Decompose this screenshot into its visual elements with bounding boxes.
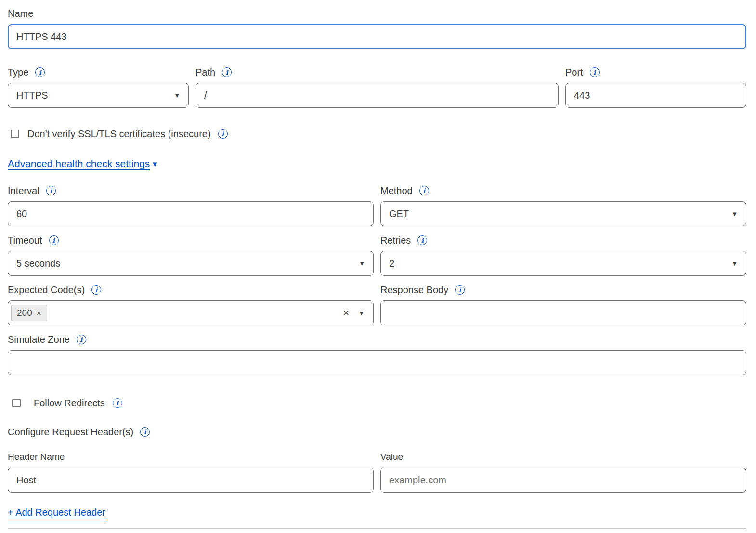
path-info-icon[interactable]: i [222,67,232,77]
response-body-input[interactable] [380,300,746,325]
health-check-form: Name Type i HTTPS ▼ Path i Port i [0,0,756,529]
simulate-zone-label: Simulate Zone [8,334,70,345]
name-input[interactable] [8,24,746,49]
path-input[interactable] [196,83,559,108]
chevron-down-icon[interactable]: ▼ [358,310,365,316]
advanced-settings-link[interactable]: Advanced health check settings ▼ [8,158,158,169]
configure-headers-label: Configure Request Header(s) [8,426,133,438]
expected-code-tag-value: 200 [17,308,32,318]
retries-select[interactable]: 2 ▼ [380,251,746,276]
port-info-icon[interactable]: i [590,67,600,77]
chevron-down-icon: ▼ [731,211,738,217]
response-body-info-icon[interactable]: i [455,285,465,295]
chevron-down-icon: ▼ [151,160,158,168]
tag-remove-icon[interactable]: × [37,309,41,317]
method-info-icon[interactable]: i [419,186,429,195]
port-input[interactable] [565,83,746,108]
configure-headers-info-icon[interactable]: i [140,427,150,437]
header-value-column-label: Value [380,451,403,463]
chevron-down-icon: ▼ [731,260,738,267]
path-label: Path [196,66,215,78]
expected-codes-info-icon[interactable]: i [91,285,101,295]
simulate-zone-info-icon[interactable]: i [77,335,86,344]
expected-codes-label: Expected Code(s) [8,284,85,296]
timeout-select-value: 5 seconds [16,258,60,269]
method-select-value: GET [389,208,409,220]
interval-info-icon[interactable]: i [46,186,56,195]
response-body-label: Response Body [380,284,448,296]
type-select-value: HTTPS [16,90,48,101]
type-select[interactable]: HTTPS ▼ [8,83,189,108]
chevron-down-icon: ▼ [174,92,180,99]
port-label: Port [565,66,583,78]
follow-redirects-checkbox[interactable] [12,399,21,407]
simulate-zone-input[interactable] [8,350,746,375]
chevron-down-icon: ▼ [359,260,365,267]
ssl-verify-info-icon[interactable]: i [218,129,228,139]
ssl-verify-label: Don't verify SSL/TLS certificates (insec… [27,128,211,140]
retries-label: Retries [380,234,411,246]
follow-redirects-label: Follow Redirects [34,397,105,409]
timeout-select[interactable]: 5 seconds ▼ [8,251,374,276]
method-label: Method [380,185,413,196]
add-request-header-link[interactable]: + Add Request Header [8,507,105,520]
type-info-icon[interactable]: i [35,67,45,77]
follow-redirects-info-icon[interactable]: i [113,398,122,408]
retries-info-icon[interactable]: i [417,235,427,245]
name-label: Name [8,8,33,19]
type-label: Type [8,66,28,78]
timeout-label: Timeout [8,234,42,246]
header-value-input[interactable] [380,468,746,493]
timeout-info-icon[interactable]: i [49,235,59,245]
expected-codes-multiselect[interactable]: 200 × × ▼ [8,300,374,325]
method-select[interactable]: GET ▼ [380,201,746,226]
retries-select-value: 2 [389,258,394,269]
advanced-settings-link-text: Advanced health check settings [8,158,150,169]
section-divider [8,528,746,529]
interval-label: Interval [8,185,39,196]
clear-all-icon[interactable]: × [343,308,349,318]
ssl-verify-checkbox[interactable] [11,130,19,138]
header-name-input[interactable] [8,468,374,493]
header-name-column-label: Header Name [8,451,65,463]
interval-input[interactable] [8,201,374,226]
expected-code-tag: 200 × [11,305,47,321]
